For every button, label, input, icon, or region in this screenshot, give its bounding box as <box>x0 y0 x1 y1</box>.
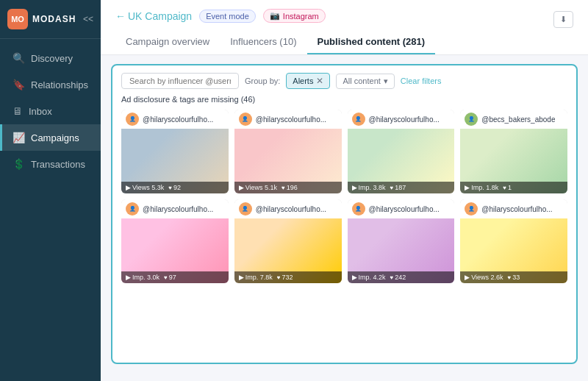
logo-icon: MO <box>7 9 28 29</box>
sidebar-nav: 🔍Discovery🔖Relationships🖥Inbox📈Campaigns… <box>0 39 101 381</box>
event-mode-badge: Event mode <box>199 10 256 23</box>
content-card[interactable]: 👤 @hilaryscolourfulho... ▶ Imp. 3.0k ♥ 9… <box>121 199 229 283</box>
stat-likes: ♥ 187 <box>390 184 406 191</box>
discovery-icon: 🔍 <box>12 52 25 64</box>
card-stats: ▶ Views 5.3k ♥ 92 <box>121 182 229 193</box>
stat-views: ▶ Views 5.1k <box>239 184 277 191</box>
content-type-select[interactable]: All content ▾ <box>336 74 394 89</box>
sidebar-item-label: Transactions <box>31 159 85 170</box>
card-username: @hilaryscolourfulho... <box>481 205 552 213</box>
avatar: 👤 <box>352 202 365 216</box>
content-card[interactable]: 👤 @becs_bakers_abode ▶ Imp. 1.8k ♥ 1 <box>460 110 567 193</box>
stat-likes: ♥ 196 <box>282 184 298 191</box>
tab-overview[interactable]: Campaign overview <box>115 30 220 54</box>
clear-filters-button[interactable]: Clear filters <box>401 76 442 85</box>
content-area: Group by: Alerts ✕ All content ▾ Clear f… <box>101 55 588 381</box>
card-header: 👤 @hilaryscolourfulho... <box>348 110 455 129</box>
content-card[interactable]: 👤 @hilaryscolourfulho... ▶ Views 2.6k ♥ … <box>460 199 567 283</box>
play-icon: ▶ <box>239 274 244 281</box>
transactions-icon: 💲 <box>12 158 25 170</box>
search-input[interactable] <box>121 73 239 89</box>
sidebar-item-transactions[interactable]: 💲Transactions <box>0 151 101 177</box>
avatar: 👤 <box>126 113 139 126</box>
card-stats: ▶ Imp. 7.8k ♥ 732 <box>234 271 342 283</box>
play-icon: ▶ <box>126 184 131 191</box>
stat-views: ▶ Imp. 3.8k <box>352 184 386 191</box>
heart-icon: ♥ <box>277 274 281 281</box>
app-name: MODASH <box>32 14 76 24</box>
content-card[interactable]: 👤 @hilaryscolourfulho... ▶ Imp. 4.2k ♥ 2… <box>348 199 455 283</box>
instagram-icon: 📷 <box>270 11 280 21</box>
sidebar-item-campaigns[interactable]: 📈Campaigns <box>0 124 101 151</box>
content-type-label: All content <box>343 76 380 85</box>
play-icon: ▶ <box>239 184 244 191</box>
card-stats: ▶ Imp. 1.8k ♥ 1 <box>460 182 567 193</box>
tab-influencers[interactable]: Influencers (10) <box>220 30 306 54</box>
heart-icon: ♥ <box>282 185 285 191</box>
alert-banner: Ad disclosure & tags are missing (46) <box>121 95 567 104</box>
card-header: 👤 @hilaryscolourfulho... <box>121 110 229 129</box>
page-title: UK Campaign <box>128 10 192 22</box>
card-username: @hilaryscolourfulho... <box>143 205 213 213</box>
play-icon: ▶ <box>352 274 357 281</box>
stat-likes: ♥ 97 <box>164 274 176 281</box>
sidebar-item-discovery[interactable]: 🔍Discovery <box>0 45 101 71</box>
heart-icon: ♥ <box>164 274 168 281</box>
stat-views: ▶ Imp. 7.8k <box>239 274 273 281</box>
card-username: @hilaryscolourfulho... <box>256 205 326 213</box>
play-icon: ▶ <box>465 274 470 281</box>
stat-likes: ♥ 92 <box>168 184 181 191</box>
card-username: @hilaryscolourfulho... <box>369 205 440 213</box>
sidebar-item-relationships[interactable]: 🔖Relationships <box>0 71 101 98</box>
logo: MO MODASH <box>7 9 76 29</box>
card-header: 👤 @hilaryscolourfulho... <box>460 199 567 218</box>
heart-icon: ♥ <box>390 185 394 191</box>
page-header: ← UK Campaign Event mode 📷 Instagram ⬇ C… <box>101 0 588 55</box>
play-icon: ▶ <box>352 184 357 191</box>
sidebar-header: MO MODASH << <box>0 0 101 39</box>
play-icon: ▶ <box>465 184 470 191</box>
card-stats: ▶ Imp. 4.2k ♥ 242 <box>348 271 455 283</box>
content-card[interactable]: 👤 @hilaryscolourfulho... ▶ Imp. 3.8k ♥ 1… <box>348 110 455 193</box>
sidebar-item-inbox[interactable]: 🖥Inbox <box>0 98 101 124</box>
sidebar-item-label: Discovery <box>31 53 73 64</box>
card-username: @hilaryscolourfulho... <box>256 115 326 124</box>
heart-icon: ♥ <box>503 185 506 191</box>
card-header: 👤 @becs_bakers_abode <box>460 110 567 129</box>
tab-published[interactable]: Published content (281) <box>307 30 436 54</box>
back-button[interactable]: ← UK Campaign <box>115 10 192 22</box>
stat-likes: ♥ 1 <box>503 184 512 191</box>
card-header: 👤 @hilaryscolourfulho... <box>234 110 342 129</box>
inbox-icon: 🖥 <box>12 105 23 117</box>
card-header: 👤 @hilaryscolourfulho... <box>234 199 342 218</box>
content-card[interactable]: 👤 @hilaryscolourfulho... ▶ Views 5.1k ♥ … <box>234 110 342 193</box>
export-button[interactable]: ⬇ <box>553 11 573 28</box>
stat-likes: ♥ 732 <box>277 274 293 281</box>
card-stats: ▶ Views 2.6k ♥ 33 <box>460 271 567 283</box>
content-card[interactable]: 👤 @hilaryscolourfulho... ▶ Imp. 7.8k ♥ 7… <box>234 199 342 283</box>
sidebar-item-label: Inbox <box>29 106 52 117</box>
instagram-badge: 📷 Instagram <box>263 9 326 23</box>
card-stats: ▶ Imp. 3.8k ♥ 187 <box>348 182 455 193</box>
filter-row: Group by: Alerts ✕ All content ▾ Clear f… <box>121 73 567 89</box>
avatar: 👤 <box>465 113 478 126</box>
content-card[interactable]: 👤 @hilaryscolourfulho... ▶ Views 5.3k ♥ … <box>121 110 229 193</box>
stat-views: ▶ Imp. 3.0k <box>126 274 159 281</box>
card-username: @hilaryscolourfulho... <box>369 115 440 124</box>
alerts-tag-label: Alerts <box>293 76 313 85</box>
alerts-tag-close[interactable]: ✕ <box>316 76 323 86</box>
avatar: 👤 <box>126 202 139 216</box>
card-username: @becs_bakers_abode <box>481 115 555 124</box>
card-stats: ▶ Views 5.1k ♥ 196 <box>234 182 342 193</box>
avatar: 👤 <box>239 202 252 216</box>
avatar: 👤 <box>352 113 365 126</box>
sidebar-item-label: Relationships <box>31 79 88 90</box>
stat-views: ▶ Views 2.6k <box>465 274 503 281</box>
main-content: ← UK Campaign Event mode 📷 Instagram ⬇ C… <box>101 0 588 381</box>
stat-views: ▶ Imp. 4.2k <box>352 274 386 281</box>
avatar: 👤 <box>239 113 252 126</box>
header-top: ← UK Campaign Event mode 📷 Instagram <box>115 9 326 23</box>
card-stats: ▶ Imp. 3.0k ♥ 97 <box>121 271 229 283</box>
collapse-button[interactable]: << <box>83 14 93 24</box>
stat-views: ▶ Imp. 1.8k <box>465 184 498 191</box>
